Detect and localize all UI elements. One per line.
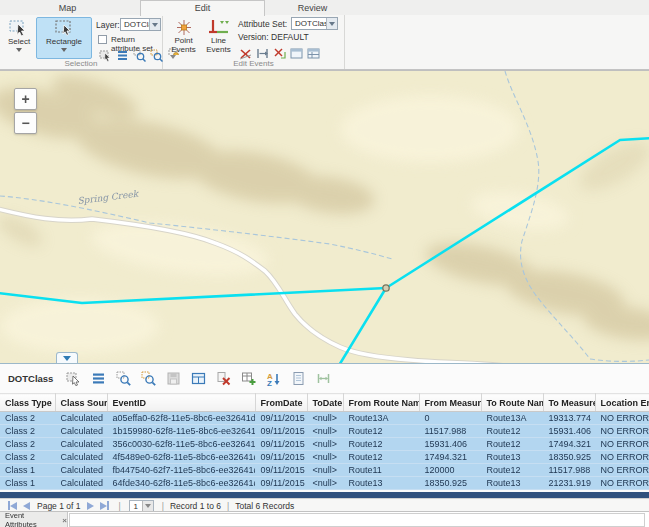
- attribute-set-dropdown[interactable]: DOTClass: [291, 17, 338, 30]
- rectangle-label: Rectangle: [46, 37, 82, 46]
- table-cell: 18350.925: [543, 451, 595, 464]
- page-status: Page 1 of 1: [37, 501, 80, 511]
- layer-dropdown-value: DOTClass: [121, 19, 149, 30]
- table-cell: Route12: [343, 438, 419, 451]
- column-header-from-measure[interactable]: From Measure: [419, 394, 481, 412]
- table-row[interactable]: Class 2Calculated1b159980-62f8-11e5-8bc6…: [0, 425, 649, 438]
- table-cell: 64fde340-62f8-11e5-8bc6-ee32641d5ec9: [107, 477, 255, 490]
- bottom-bar-spacer: [69, 513, 645, 527]
- table-body: Class 2Calculateda05effa0-62f8-11e5-8bc6…: [0, 412, 649, 490]
- column-header-todate[interactable]: ToDate: [307, 394, 343, 412]
- tab-event-attributes[interactable]: Event Attributes ×: [0, 512, 68, 527]
- collapse-arrow-icon: [63, 356, 71, 364]
- table-cell: a05effa0-62f8-11e5-8bc6-ee32641d5ec9: [107, 412, 255, 425]
- delete-selected-icon[interactable]: [215, 371, 231, 387]
- table-cell: 09/11/2015: [255, 464, 307, 477]
- event-form-icon[interactable]: [289, 46, 303, 60]
- attribute-set-value: DOTClass: [292, 18, 326, 29]
- table-cell: Route13A: [481, 412, 543, 425]
- layer-dropdown-button[interactable]: [149, 19, 160, 30]
- table-cell: 18350.925: [419, 477, 481, 490]
- measure-ranges-icon[interactable]: [315, 371, 331, 387]
- first-page-button[interactable]: [8, 501, 17, 510]
- tab-review[interactable]: Review: [265, 1, 360, 15]
- table-cell: NO ERROR: [595, 477, 649, 490]
- select-dropdown-arrow-icon[interactable]: [16, 48, 22, 55]
- zoom-out-button[interactable]: −: [14, 112, 37, 134]
- event-table-icon[interactable]: [306, 46, 320, 60]
- column-header-eventid[interactable]: EventID: [107, 394, 255, 412]
- chevron-down-icon: [329, 22, 335, 29]
- select-tool-button[interactable]: Select: [4, 17, 34, 59]
- page-number-dropdown-button[interactable]: [142, 501, 153, 511]
- table-cell: Class 1: [0, 477, 55, 490]
- split-event-icon[interactable]: [238, 46, 252, 60]
- rectangle-dropdown-arrow-icon[interactable]: [61, 48, 67, 55]
- total-records-text: Total 6 Records: [235, 501, 294, 511]
- table-cell: Calculated: [55, 412, 107, 425]
- tab-map[interactable]: Map: [25, 1, 110, 15]
- line-events-button[interactable]: Line Events: [202, 17, 235, 59]
- selection-group-label: Selection: [0, 59, 162, 68]
- svg-text:Z: Z: [267, 379, 272, 386]
- column-header-class-source[interactable]: Class Source: [55, 394, 107, 412]
- table-cell: Class 1: [0, 464, 55, 477]
- table-cell: Route12: [481, 425, 543, 438]
- table-cell: NO ERROR: [595, 412, 649, 425]
- point-events-button[interactable]: Point Events: [167, 17, 200, 59]
- table-row[interactable]: Class 1Calculatedfb447540-62f7-11e5-8bc6…: [0, 464, 649, 477]
- tab-edit[interactable]: Edit: [140, 0, 265, 16]
- chevron-down-icon: [145, 504, 151, 511]
- table-cell: Class 2: [0, 412, 55, 425]
- column-header-to-measure[interactable]: To Measure: [543, 394, 595, 412]
- table-cell: 4f5489e0-62f8-11e5-8bc6-ee32641d5ec9: [107, 451, 255, 464]
- sort-icon[interactable]: AZ: [265, 371, 281, 387]
- bottom-tab-bar: Event Attributes ×: [0, 511, 649, 527]
- route-junction-marker[interactable]: [383, 285, 389, 291]
- column-header-location-error[interactable]: Location Error: [595, 394, 649, 412]
- rectangle-tool-button[interactable]: Rectangle: [36, 17, 92, 59]
- table-row[interactable]: Class 2Calculated4f5489e0-62f8-11e5-8bc6…: [0, 451, 649, 464]
- ribbon-tab-bar: Map Edit Review: [0, 0, 649, 15]
- column-header-to-route-name[interactable]: To Route Name: [481, 394, 543, 412]
- event-attributes-panel: DOTClass AZ: [0, 363, 649, 511]
- next-page-button[interactable]: [87, 502, 94, 510]
- column-header-fromdate[interactable]: FromDate: [255, 394, 307, 412]
- table-cell: <null>: [307, 412, 343, 425]
- map-zoom-control: + −: [14, 88, 37, 136]
- table-cell: 15931.406: [419, 438, 481, 451]
- column-header-class-type[interactable]: Class Type: [0, 394, 55, 412]
- column-header-from-route-name[interactable]: From Route Name: [343, 394, 419, 412]
- table-cell: Route13: [481, 451, 543, 464]
- return-attribute-set-checkbox[interactable]: [98, 35, 107, 44]
- list-records-icon[interactable]: [90, 371, 106, 387]
- line-events-label: Line Events: [204, 36, 234, 54]
- selection-group: Select Rectangle Layer: DOTClass Return …: [0, 15, 163, 69]
- pan-to-selected-icon[interactable]: [140, 371, 156, 387]
- save-results-icon[interactable]: [165, 371, 181, 387]
- show-form-icon[interactable]: [290, 371, 306, 387]
- table-row[interactable]: Class 2Calculated356c0030-62f8-11e5-8bc6…: [0, 438, 649, 451]
- open-table-icon[interactable]: [190, 371, 206, 387]
- table-cell: NO ERROR: [595, 438, 649, 451]
- table-cell: Route12: [343, 451, 419, 464]
- select-records-icon[interactable]: [65, 371, 81, 387]
- map-canvas[interactable]: Spring Creek + −: [0, 70, 649, 363]
- zoom-to-selected-icon[interactable]: [115, 371, 131, 387]
- last-page-button[interactable]: [100, 501, 109, 510]
- table-cell: 09/11/2015: [255, 412, 307, 425]
- table-cell: NO ERROR: [595, 464, 649, 477]
- table-row[interactable]: Class 2Calculateda05effa0-62f8-11e5-8bc6…: [0, 412, 649, 425]
- zoom-in-button[interactable]: +: [14, 88, 37, 110]
- close-tab-icon[interactable]: ×: [62, 516, 67, 525]
- panel-collapse-button[interactable]: [56, 352, 78, 363]
- page-number-dropdown[interactable]: 1: [129, 500, 154, 512]
- table-row[interactable]: Class 1Calculated64fde340-62f8-11e5-8bc6…: [0, 477, 649, 490]
- event-measures-icon[interactable]: [255, 46, 269, 60]
- previous-page-button[interactable]: [23, 502, 30, 510]
- layer-dropdown[interactable]: DOTClass: [120, 18, 161, 31]
- add-records-icon[interactable]: [240, 371, 256, 387]
- attribute-set-label: Attribute Set:: [238, 19, 287, 29]
- attribute-set-dropdown-button[interactable]: [326, 18, 337, 29]
- snap-event-icon[interactable]: [272, 46, 286, 60]
